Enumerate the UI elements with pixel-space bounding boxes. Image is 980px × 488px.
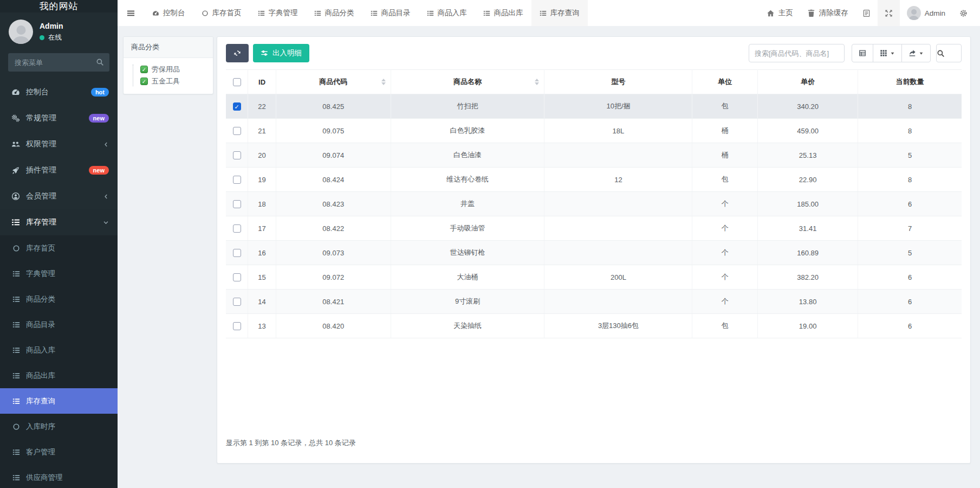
sidebar-item[interactable]: 常规管理 new [0,105,118,131]
nav-tab-label: 库存首页 [212,8,242,18]
category-tree: ✓ 劳保用品 ✓ 五金工具 [133,65,213,86]
checked-checkbox-icon[interactable]: ✓ [140,66,148,73]
cell-qty: 6 [858,192,962,216]
table-search-input[interactable] [749,44,845,62]
sidebar-subitem[interactable]: 商品目录 [0,312,118,337]
nav-tab[interactable]: 控制台 [144,0,193,26]
sidebar-item[interactable]: 库存管理 [0,209,118,235]
home-button[interactable]: 主页 [760,0,800,26]
category-tree-item[interactable]: ✓ 劳保用品 [140,65,213,74]
cell-name: 世达铆钉枪 [391,241,544,265]
column-header[interactable]: 商品名称 [391,70,544,94]
caret-down-icon [919,51,924,56]
inout-detail-button[interactable]: 出入明细 [253,44,309,62]
cell-unit: 个 [692,290,758,314]
row-checkbox[interactable] [233,151,241,159]
sidebar-subitem[interactable]: 库存首页 [0,235,118,261]
detail-view-button[interactable] [852,44,873,62]
nav-tab[interactable]: 商品分类 [306,0,362,26]
cell-price: 185.00 [758,192,858,216]
cell-model [544,192,692,216]
row-select-cell [226,143,248,168]
cell-model: 10把/捆 [544,94,692,119]
sidebar-subitem[interactable]: 客户管理 [0,439,118,465]
table-row[interactable]: ✓ 22 08.425 竹扫把 10把/捆 包 340.20 8 [226,94,962,119]
hamburger-menu-icon[interactable] [118,0,144,26]
sort-icon[interactable] [535,79,539,85]
column-header: 型号 [544,70,692,94]
sidebar-subitem-label: 入库时序 [26,422,55,432]
circle-icon [202,10,209,17]
sidebar-subitem[interactable]: 商品入库 [0,337,118,363]
export-button[interactable] [901,44,931,62]
table-row[interactable]: 18 08.423 井盖 个 185.00 6 [226,192,962,216]
nav-tab[interactable]: 商品入库 [419,0,475,26]
sidebar: 我的网站 Admin 在线 控制台 hot 常规管理 new 权限管理 插件 [0,0,118,488]
table-row[interactable]: 14 08.421 9寸滚刷 个 13.80 6 [226,290,962,314]
circle-icon [12,245,20,252]
menu-search-input[interactable] [8,53,109,72]
sidebar-item-label: 会员管理 [26,191,56,201]
table-row[interactable]: 19 08.424 维达有心卷纸 12 包 22.90 8 [226,168,962,192]
sidebar-subitem[interactable]: 商品分类 [0,286,118,312]
row-checkbox[interactable] [233,322,241,330]
cell-code: 08.424 [276,168,391,192]
inventory-table-wrap: ID商品代码商品名称型号单位单价当前数量 ✓ 22 08.425 竹扫把 10把… [217,69,970,338]
language-icon [862,9,871,17]
cell-unit: 包 [692,314,758,338]
language-button[interactable] [855,0,878,26]
table-row[interactable]: 13 08.420 天染抽纸 3层130抽6包 包 19.00 6 [226,314,962,338]
list-icon [12,474,20,481]
row-checkbox[interactable] [233,200,241,208]
row-checkbox[interactable] [233,273,241,281]
nav-tab[interactable]: 字典管理 [250,0,306,26]
columns-toggle-button[interactable] [873,44,902,62]
category-tree-item[interactable]: ✓ 五金工具 [140,76,213,86]
sliders-icon [261,49,268,57]
row-checkbox[interactable] [233,127,241,135]
sidebar-item-label: 插件管理 [26,165,56,175]
nav-tab[interactable]: 库存查询 [531,0,588,26]
row-checkbox[interactable] [233,176,241,184]
cell-qty: 8 [858,168,962,192]
cell-name: 天染抽纸 [391,314,544,338]
table-row[interactable]: 17 08.422 手动吸油管 个 31.41 7 [226,216,962,241]
sidebar-subitem[interactable]: 商品出库 [0,363,118,388]
nav-tab[interactable]: 库存首页 [193,0,250,26]
sidebar-item[interactable]: 会员管理 [0,183,118,209]
row-checkbox[interactable] [233,249,241,257]
select-all-checkbox[interactable] [233,78,241,86]
sidebar-subitem[interactable]: 库存查询 [0,388,118,414]
sidebar-subitem[interactable]: 入库时序 [0,414,118,439]
user-menu[interactable]: Admin [900,0,952,26]
cell-id: 14 [248,290,276,314]
sidebar-item-label: 控制台 [26,87,49,97]
settings-button[interactable] [952,0,975,26]
table-row[interactable]: 15 09.072 大油桶 200L 个 382.20 6 [226,265,962,290]
fullscreen-button[interactable] [878,0,900,26]
sidebar-item[interactable]: 插件管理 new [0,157,118,183]
nav-tab[interactable]: 商品出库 [475,0,531,26]
list-icon [11,218,20,227]
list-icon [12,372,20,380]
checked-checkbox-icon[interactable]: ✓ [140,78,148,85]
nav-tab[interactable]: 商品目录 [362,0,419,26]
sort-icon[interactable] [381,79,386,85]
row-checkbox[interactable] [233,224,241,233]
row-checkbox[interactable]: ✓ [233,102,241,111]
column-header[interactable]: 商品代码 [276,70,391,94]
sidebar-subitem[interactable]: 供应商管理 [0,465,118,488]
row-checkbox[interactable] [233,298,241,306]
table-row[interactable]: 20 09.074 白色油漆 桶 25.13 5 [226,143,962,168]
sidebar-subitem-label: 字典管理 [26,269,55,279]
sidebar-item[interactable]: 权限管理 [0,131,118,157]
sidebar-item[interactable]: 控制台 hot [0,79,118,105]
cell-name: 维达有心卷纸 [391,168,544,192]
cell-qty: 7 [858,216,962,241]
table-row[interactable]: 21 09.075 白色乳胶漆 18L 桶 459.00 8 [226,119,962,143]
table-row[interactable]: 16 09.073 世达铆钉枪 个 160.89 5 [226,241,962,265]
clear-cache-button[interactable]: 清除缓存 [800,0,855,26]
sidebar-subitem[interactable]: 字典管理 [0,261,118,286]
refresh-button[interactable] [226,44,249,62]
search-submit-button[interactable] [936,44,962,62]
